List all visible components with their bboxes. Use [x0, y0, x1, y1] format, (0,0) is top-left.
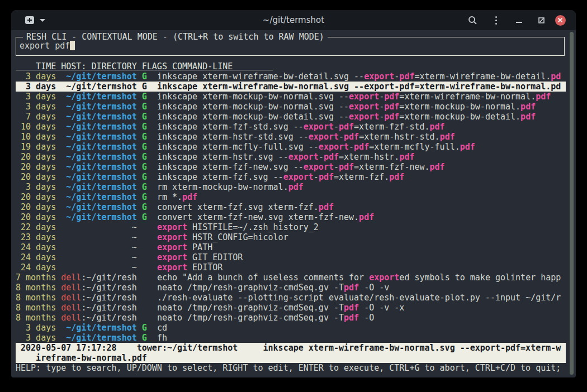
history-row[interactable]: 23 days ~ export HSTR_CONFIG=hicolor	[16, 232, 566, 242]
titlebar: ~/git/termshot	[11, 10, 576, 30]
history-row[interactable]: 20 days ~/git/termshot G convert xterm-f…	[16, 212, 566, 222]
terminal-window: ~/git/termshot RESH CLI - CONTEXTUAL MOD…	[11, 10, 576, 377]
status-line-2: ireframe-bw-normal.pdf	[16, 353, 566, 363]
history-row[interactable]: 24 days ~ export EDITOR	[16, 262, 566, 273]
history-row[interactable]: 20 days ~/git/termshot G inkscape xterm-…	[16, 172, 566, 182]
history-rows: 3 days ~/git/termshot G inkscape xterm-w…	[16, 71, 566, 343]
restore-button[interactable]	[536, 10, 547, 30]
history-row[interactable]: 19 days ~/git/termshot G inkscape xterm-…	[16, 142, 566, 152]
history-row[interactable]: 3 days ~/git/termshot G inkscape xterm-m…	[16, 102, 566, 112]
restore-icon	[538, 17, 545, 24]
minimize-button[interactable]	[513, 10, 524, 30]
history-row[interactable]: 22 days ~ export HISTFILE=~/.zsh_history…	[16, 222, 566, 232]
new-tab-button[interactable]	[23, 10, 36, 30]
history-row[interactable]: 8 months dell:~/git/resh neato /tmp/resh…	[16, 303, 566, 313]
history-row[interactable]: 7 months dell:~/git/resh echo "Add a bun…	[16, 273, 566, 283]
history-row[interactable]: 10 days ~/git/termshot G inkscape xterm-…	[16, 132, 566, 142]
kebab-menu-icon	[495, 16, 497, 25]
search-box-label: RESH CLI - CONTEXTUAL MODE - (CTRL+R to …	[23, 32, 328, 42]
history-row[interactable]: 3 days ~/git/termshot G inkscape xterm-w…	[16, 71, 566, 82]
history-row[interactable]: 8 months dell:~/git/resh neato /tmp/resh…	[16, 283, 566, 293]
history-row[interactable]: 24 days ~ export PATH	[16, 242, 566, 252]
status-line-1: 2020-05-07 17:17:28 tower:~/git/termshot…	[16, 343, 566, 353]
help-bar: HELP: type to search, UP/DOWN to select,…	[16, 363, 576, 373]
search-input[interactable]: RESH CLI - CONTEXTUAL MODE - (CTRL+R to …	[16, 37, 565, 56]
history-row[interactable]: 24 days ~ export GIT_EDITOR	[16, 252, 566, 262]
history-row[interactable]: 8 months dell:~/git/resh ./resh-evaluate…	[16, 293, 566, 303]
new-tab-icon	[25, 16, 34, 24]
table-header: TIME HOST: DIRECTORY FLAGS COMMAND-LINE	[16, 61, 576, 71]
close-icon	[555, 15, 566, 26]
minimize-icon	[516, 22, 522, 23]
history-row[interactable]: 10 days ~/git/termshot G inkscape xterm-…	[16, 122, 566, 132]
history-row[interactable]: 20 days ~/git/termshot G inkscape xterm-…	[16, 162, 566, 172]
history-row[interactable]: 8 months dell:~/git/resh neato /tmp/resh…	[16, 313, 566, 323]
terminal-content: RESH CLI - CONTEXTUAL MODE - (CTRL+R to …	[11, 30, 576, 377]
history-row[interactable]: 20 days ~/git/termshot G rm *.pdf	[16, 192, 566, 202]
search-button[interactable]	[466, 10, 479, 30]
search-icon	[468, 16, 477, 25]
scrollbar[interactable]	[570, 32, 574, 375]
history-row[interactable]: 3 days ~/git/termshot G fh	[16, 333, 566, 343]
chevron-down-icon	[40, 19, 45, 22]
history-row[interactable]: 3 days ~/git/termshot G rm xterm-mockup-…	[16, 182, 566, 192]
history-row[interactable]: 3 days ~/git/termshot G inkscape xterm-w…	[16, 82, 566, 92]
menu-button[interactable]	[491, 10, 500, 30]
history-row[interactable]: 20 days ~/git/termshot G convert xterm-f…	[16, 202, 566, 212]
status-bar: 2020-05-07 17:17:28 tower:~/git/termshot…	[16, 343, 566, 363]
history-row[interactable]: 3 days ~/git/termshot G cd	[16, 323, 566, 333]
close-button[interactable]	[553, 10, 567, 30]
history-row[interactable]: 7 days ~/git/termshot G inkscape xterm-m…	[16, 112, 566, 122]
text-cursor	[70, 41, 75, 50]
tab-dropdown-button[interactable]	[38, 10, 47, 30]
history-row[interactable]: 20 days ~/git/termshot G inkscape xterm-…	[16, 152, 566, 162]
history-row[interactable]: 3 days ~/git/termshot G inkscape xterm-m…	[16, 92, 566, 102]
